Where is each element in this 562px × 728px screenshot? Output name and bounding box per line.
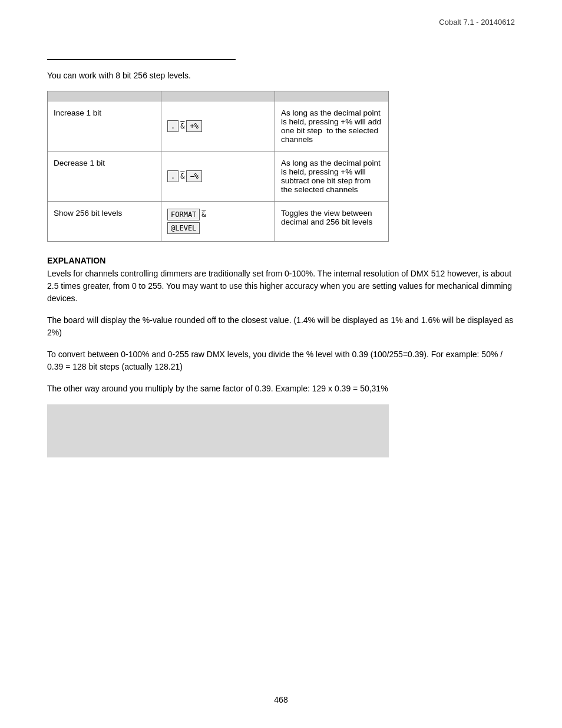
feature-table: Increase 1 bit . & +% As long as the dec… (47, 91, 389, 242)
keys-show256: FORMAT & @LEVEL (161, 202, 275, 242)
table-row: Decrease 1 bit . & −% As long as the dec… (48, 151, 389, 202)
explanation-para-4: The other way around you multiply by the… (47, 383, 515, 395)
explanation-para-3: To convert between 0-100% and 0-255 raw … (47, 348, 515, 373)
at-level-key: @LEVEL (167, 222, 200, 234)
explanation-title: EXPLANATION (47, 256, 515, 265)
page-container: Cobalt 7.1 - 20140612 You can work with … (0, 0, 562, 728)
col-header-3 (275, 91, 389, 101)
page-number: 468 (274, 695, 287, 704)
key-combo-decrease: . & −% (167, 170, 269, 182)
ampersand-key-3: & (201, 210, 206, 219)
plus-percent-key: +% (186, 120, 201, 132)
format-key: FORMAT (167, 209, 200, 220)
table-row: Show 256 bit levels FORMAT & @LEVEL Togg… (48, 202, 389, 242)
desc-increase: As long as the decimal point is held, pr… (275, 101, 389, 151)
col-header-1 (48, 91, 161, 101)
key-combo-increase: . & +% (167, 120, 269, 132)
dot-key-2: . (167, 170, 178, 182)
format-line: FORMAT & (167, 209, 269, 220)
version-header: Cobalt 7.1 - 20140612 (439, 18, 515, 27)
table-row: Increase 1 bit . & +% As long as the dec… (48, 101, 389, 151)
minus-percent-key: −% (186, 170, 201, 182)
intro-text: You can work with 8 bit 256 step levels. (47, 71, 515, 80)
keys-increase: . & +% (161, 101, 275, 151)
desc-decrease: As long as the decimal point is held, pr… (275, 151, 389, 202)
desc-show256: Toggles the view between decimal and 256… (275, 202, 389, 242)
action-decrease: Decrease 1 bit (48, 151, 161, 202)
ampersand-key: & (180, 122, 184, 130)
col-header-2 (161, 91, 275, 101)
gray-content-box (47, 404, 389, 457)
level-line: @LEVEL (167, 222, 269, 234)
action-show256: Show 256 bit levels (48, 202, 161, 242)
dot-key: . (167, 120, 178, 132)
key-combo-show256: FORMAT & @LEVEL (167, 209, 269, 234)
action-increase: Increase 1 bit (48, 101, 161, 151)
explanation-para-1: Levels for channels controlling dimmers … (47, 268, 515, 305)
ampersand-key-2: & (180, 172, 184, 180)
explanation-para-2: The board will display the %-value round… (47, 314, 515, 339)
section-divider (47, 59, 236, 60)
explanation-section: EXPLANATION Levels for channels controll… (47, 256, 515, 305)
keys-decrease: . & −% (161, 151, 275, 202)
